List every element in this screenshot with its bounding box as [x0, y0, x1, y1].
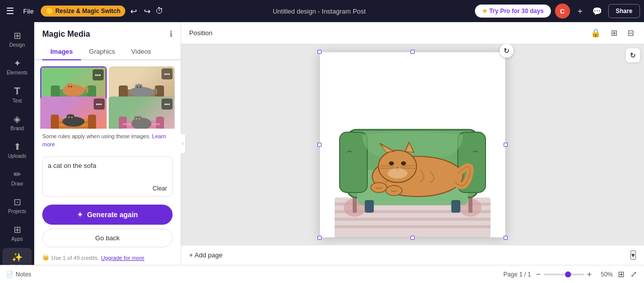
grid-view-button[interactable]: ⊞: [617, 268, 625, 280]
canvas-workspace[interactable]: ↻ ↻: [181, 44, 644, 245]
svg-point-59: [389, 161, 394, 165]
svg-rect-23: [88, 115, 96, 129]
sidebar-item-label: Design: [9, 42, 25, 48]
zoom-slider-thumb[interactable]: [565, 271, 571, 277]
info-icon[interactable]: ℹ: [170, 29, 173, 39]
resize-handle-top-left[interactable]: [317, 50, 321, 54]
sidebar-item-apps[interactable]: ⊞ Apps: [3, 220, 32, 246]
svg-rect-48: [353, 198, 357, 213]
cat-sofa-svg: [319, 52, 506, 238]
sidebar-item-label: Projects: [8, 209, 26, 214]
position-button[interactable]: ⊟: [625, 26, 636, 40]
generate-again-button[interactable]: ✦ Generate again: [42, 205, 173, 225]
collapse-panel-handle[interactable]: ‹: [181, 134, 186, 154]
go-back-button[interactable]: Go back: [42, 229, 173, 247]
rules-text: Some rules apply when using these images…: [34, 129, 181, 152]
redo-button[interactable]: ↪: [142, 5, 152, 18]
cat-sofa-thumbnail-4: [119, 105, 164, 129]
comments-button[interactable]: 💬: [590, 5, 604, 18]
resize-handle-middle-right[interactable]: [504, 143, 508, 147]
resize-handle-bottom-left[interactable]: [317, 236, 321, 240]
sidebar-item-uploads[interactable]: ⬆ Uploads: [3, 137, 32, 163]
more-options-button-1[interactable]: •••: [93, 69, 104, 80]
svg-point-35: [131, 118, 151, 129]
icon-sidebar: ⊞ Design ✦ Elements T Text ◈ Brand ⬆ Upl…: [0, 22, 34, 265]
brand-icon: ◈: [14, 114, 21, 125]
magic-media-panel: Magic Media ℹ Images Graphics Videos: [34, 22, 181, 265]
apps-icon: ⊞: [14, 224, 21, 235]
history-button[interactable]: ⏱: [155, 7, 164, 16]
try-pro-label: Try Pro for 30 days: [490, 8, 544, 15]
zoom-value: 50%: [595, 271, 613, 278]
svg-rect-21: [53, 129, 94, 129]
more-options-button-2[interactable]: •••: [162, 68, 173, 79]
elements-icon: ✦: [14, 58, 21, 69]
zoom-bar: − + 50%: [535, 269, 613, 280]
prompt-text[interactable]: a cat on the sofa: [48, 162, 167, 169]
notes-button[interactable]: 📄 Notes: [6, 271, 31, 278]
sidebar-item-design[interactable]: ⊞ Design: [3, 26, 32, 52]
share-button[interactable]: Share: [608, 4, 640, 18]
sidebar-item-label: Elements: [7, 70, 28, 75]
svg-rect-56: [451, 200, 460, 213]
zoom-out-button[interactable]: −: [535, 269, 541, 280]
rotate-handle[interactable]: ↻: [500, 44, 514, 58]
group-button[interactable]: ⊞: [609, 26, 619, 40]
sidebar-item-label: Apps: [12, 236, 23, 242]
file-menu-button[interactable]: File: [19, 6, 38, 17]
svg-rect-32: [156, 117, 164, 129]
sidebar-item-label: Brand: [11, 126, 24, 131]
show-pages-button[interactable]: ▾: [630, 250, 636, 260]
more-options-button-3[interactable]: •••: [94, 99, 105, 110]
fullscreen-button[interactable]: ⤢: [629, 268, 638, 280]
position-label: Position: [189, 29, 212, 37]
sidebar-item-brand[interactable]: ◈ Brand: [3, 110, 32, 135]
tab-graphics[interactable]: Graphics: [81, 44, 123, 60]
artboard[interactable]: ↻: [319, 52, 506, 238]
canvas-toolbar: Position 🔒 ⊞ ⊟: [181, 22, 644, 44]
svg-rect-45: [335, 218, 491, 221]
credits-text: Use 1 of 49 credits.: [51, 255, 99, 261]
image-cell-4[interactable]: •••: [109, 97, 175, 129]
image-cell-3[interactable]: •••: [40, 97, 107, 129]
resize-handle-bottom-right[interactable]: [504, 236, 508, 240]
clear-button[interactable]: Clear: [152, 185, 167, 192]
add-collaborator-button[interactable]: ＋: [574, 4, 586, 19]
svg-point-70: [371, 182, 387, 193]
svg-rect-55: [365, 200, 374, 213]
lock-button[interactable]: 🔒: [589, 26, 603, 40]
resize-label: Resize & Magic Switch: [55, 8, 120, 15]
status-bar-right: Page 1 / 1 − + 50% ⊞ ⤢: [504, 268, 638, 280]
status-bar: 📄 Notes Page 1 / 1 − + 50% ⊞ ⤢: [0, 265, 644, 283]
sidebar-item-label: Uploads: [8, 153, 27, 159]
undo-button[interactable]: ↩: [128, 5, 139, 18]
star-icon: ★: [482, 8, 488, 15]
tab-videos[interactable]: Videos: [123, 44, 159, 60]
add-page-button[interactable]: + Add page: [189, 251, 222, 259]
resize-magic-switch-button[interactable]: 🟡 Resize & Magic Switch: [41, 6, 125, 17]
try-pro-button[interactable]: ★ Try Pro for 30 days: [475, 5, 551, 18]
draw-icon: ✏: [14, 169, 21, 180]
zoom-in-button[interactable]: +: [586, 269, 593, 280]
sidebar-item-magic-media[interactable]: ✨ Magic Media: [3, 248, 32, 265]
zoom-slider[interactable]: [544, 273, 584, 275]
svg-point-71: [386, 185, 402, 196]
sparkle-icon: ✦: [77, 211, 83, 219]
avatar[interactable]: C: [555, 4, 570, 19]
sidebar-item-label: Draw: [11, 181, 23, 186]
topbar: ☰ File 🟡 Resize & Magic Switch ↩ ↪ ⏱ Unt…: [0, 0, 644, 22]
tab-images[interactable]: Images: [42, 44, 81, 60]
refresh-icon[interactable]: ↻: [626, 48, 640, 62]
panel-header: Magic Media ℹ: [34, 22, 181, 44]
sidebar-item-elements[interactable]: ✦ Elements: [3, 54, 32, 79]
resize-handle-bottom-middle[interactable]: [411, 236, 415, 240]
resize-handle-middle-left[interactable]: [317, 143, 321, 147]
resize-handle-top-middle[interactable]: [411, 50, 415, 54]
menu-icon[interactable]: ☰: [4, 4, 16, 19]
notes-label: Notes: [16, 271, 31, 278]
more-options-button-4[interactable]: •••: [162, 99, 173, 110]
sidebar-item-draw[interactable]: ✏ Draw: [3, 165, 32, 191]
upgrade-link[interactable]: Upgrade for more: [101, 255, 144, 261]
sidebar-item-text[interactable]: T Text: [3, 81, 32, 108]
sidebar-item-projects[interactable]: ⊡ Projects: [3, 193, 32, 218]
